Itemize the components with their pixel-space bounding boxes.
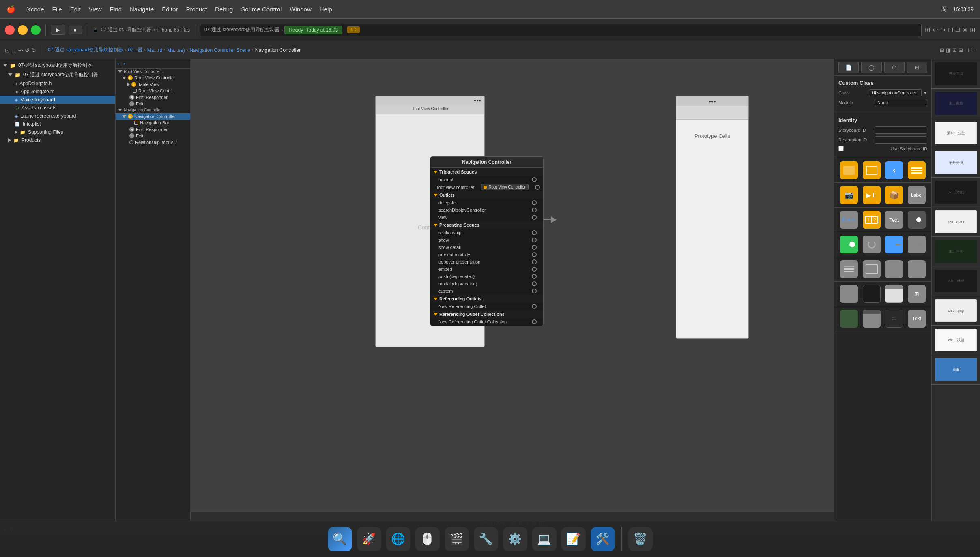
menu-source-control[interactable]: Source Control <box>241 6 282 13</box>
thumb-9[interactable]: snip...png <box>935 299 977 322</box>
widget-web-item[interactable] <box>863 310 881 328</box>
sidebar-item-info-plist[interactable]: 📄 Info.plist <box>0 120 115 128</box>
ref-outlets-header[interactable]: Referencing Outlets <box>430 295 543 303</box>
thumb-4[interactable]: 车丹分身 <box>935 151 977 174</box>
menu-navigate[interactable]: Navigate <box>130 6 154 13</box>
inspector-toggle-4[interactable]: ⊞ <box>959 47 963 53</box>
push-outlet[interactable] <box>532 274 537 279</box>
widget-label-item[interactable]: Label <box>908 186 926 204</box>
thumb-13[interactable]: 第13...业生 <box>935 122 977 144</box>
widget-list-item[interactable] <box>908 161 926 179</box>
widget-map-item[interactable] <box>840 310 858 328</box>
toolbar-icon-7[interactable]: ⊞ <box>970 26 975 34</box>
bc-scene[interactable]: Ma...se) <box>167 47 185 53</box>
menu-debug[interactable]: Debug <box>215 6 233 13</box>
search-controller-row[interactable]: searchDisplayController <box>430 206 543 214</box>
present-modally-row[interactable]: present modally <box>430 251 543 258</box>
manual-row[interactable]: manual <box>430 176 543 183</box>
sidebar-item-launch-storyboard[interactable]: ◈ LaunchScreen.storyboard <box>0 112 115 120</box>
menu-file[interactable]: File <box>52 6 62 13</box>
toolbar-icon-6[interactable]: ⊠ <box>962 26 967 34</box>
toolbar-icon-1[interactable]: ⊞ <box>925 26 930 34</box>
menu-editor[interactable]: Editor <box>162 6 178 13</box>
menu-help[interactable]: Help <box>320 6 332 13</box>
delegate-outlet[interactable] <box>532 200 537 205</box>
widget-switch-item[interactable] <box>908 211 926 229</box>
widget-light-item[interactable] <box>885 285 903 303</box>
widget-text-item[interactable]: Text <box>885 211 903 229</box>
toggle-2[interactable]: ◫ <box>11 47 17 54</box>
bc-nav-controller[interactable]: Navigation Controller <box>255 47 301 53</box>
dock-settings[interactable]: ⚙️ <box>503 527 527 551</box>
outlets-header[interactable]: Outlets <box>430 191 543 199</box>
nav-controller-popup[interactable]: Navigation Controller Triggered Segues m… <box>430 156 544 326</box>
thumb-video[interactable]: 未...视频 <box>935 92 977 115</box>
widget-play-item[interactable]: ▶⏸ <box>863 186 881 204</box>
widget-text-label-item[interactable]: Text <box>908 310 926 328</box>
show-detail-row[interactable]: show detail <box>430 244 543 251</box>
custom-row[interactable]: custom <box>430 287 543 295</box>
menu-xcode[interactable]: Xcode <box>27 6 44 13</box>
outline-table-view[interactable]: T Table View <box>116 81 190 88</box>
widget-table-item[interactable] <box>840 260 858 278</box>
maximize-button[interactable] <box>31 25 41 35</box>
show-detail-outlet[interactable] <box>532 245 537 250</box>
root-vc-row[interactable]: root view controller Root View Controlle… <box>430 183 543 191</box>
storyboard-id-input[interactable] <box>875 126 927 134</box>
search-outlet[interactable] <box>532 208 537 212</box>
view-row[interactable]: view <box>430 214 543 221</box>
root-vc-chip[interactable]: Root View Controller <box>481 184 529 190</box>
new-ref-outlet-row[interactable]: New Referencing Outlet <box>430 303 543 310</box>
thumb-11[interactable]: 桌面 <box>935 358 977 381</box>
root-vc-outlet[interactable] <box>535 185 540 190</box>
nav-controller-canvas-frame[interactable]: ●●● Prototype Cells <box>676 96 749 339</box>
dock-trash[interactable]: 🗑️ <box>628 527 653 551</box>
menu-view[interactable]: View <box>89 6 102 13</box>
project-selector[interactable]: 📱 07-通过 st...导航控制器 › iPhone 6s Plus <box>92 26 190 33</box>
dock-video[interactable]: 🎬 <box>445 527 469 551</box>
class-input[interactable] <box>869 89 922 96</box>
dock-xcode[interactable]: 🛠️ <box>591 527 615 551</box>
dock-note[interactable]: 📝 <box>561 527 586 551</box>
embed-outlet[interactable] <box>532 267 537 272</box>
widget-stepper-item[interactable]: − + <box>908 236 926 253</box>
dock-laptop[interactable]: 💻 <box>532 527 557 551</box>
bc-nav-scene[interactable]: Navigation Controller Scene <box>189 47 250 53</box>
thumb-6[interactable]: KSI...aster <box>935 210 977 233</box>
inspector-icon-grid[interactable]: ⊞ <box>907 62 927 73</box>
outline-exit-2[interactable]: E Exit <box>116 133 190 139</box>
toggle-4[interactable]: ↺ <box>25 47 30 54</box>
presenting-segues-header[interactable]: Presenting Segues <box>430 221 543 229</box>
modal-outlet[interactable] <box>532 281 537 286</box>
outline-root-vc-file[interactable]: Root View Contr... <box>116 88 190 94</box>
sidebar-item-appdelegate-m[interactable]: m AppDelegate.m <box>0 88 115 96</box>
outline-root-vc[interactable]: C Root View Controller <box>116 75 190 81</box>
thumb-10[interactable]: ios1...试题 <box>935 329 977 351</box>
menu-window[interactable]: Window <box>290 6 311 13</box>
inspector-toggle-2[interactable]: ◨ <box>946 47 951 53</box>
view-outlet[interactable] <box>532 215 537 220</box>
manual-outlet[interactable] <box>532 177 537 182</box>
widget-slider-item[interactable] <box>885 236 903 253</box>
sidebar-item-sub-project[interactable]: 📁 07-通过 storyboard使用导航控制器 <box>0 70 115 79</box>
menu-find[interactable]: Find <box>110 6 122 13</box>
widget-cube-item[interactable]: 📦 <box>885 186 903 204</box>
dock-finder[interactable]: 🔍 <box>328 527 352 551</box>
dock-safari[interactable]: 🌐 <box>386 527 410 551</box>
new-collection-outlet[interactable] <box>532 319 537 324</box>
inspector-toggle-6[interactable]: ⊢ <box>971 47 975 53</box>
widget-collection-item[interactable] <box>885 260 903 278</box>
menu-product[interactable]: Product <box>186 6 207 13</box>
inspector-toggle-3[interactable]: ⊡ <box>952 47 957 53</box>
show-row[interactable]: show <box>430 236 543 244</box>
inspector-toggle-1[interactable]: ⊞ <box>940 47 944 53</box>
thumb-5[interactable]: 07...(优化) <box>935 181 977 204</box>
sidebar-item-assets[interactable]: 🗂 Assets.xcassets <box>0 104 115 112</box>
toggle-5[interactable]: ↻ <box>31 47 36 54</box>
triggered-segues-header[interactable]: Triggered Segues <box>430 168 543 176</box>
present-modally-outlet[interactable] <box>532 252 537 257</box>
modal-deprecated-row[interactable]: modal (deprecated) <box>430 280 543 287</box>
widget-toggle-item[interactable] <box>840 236 858 253</box>
dock-tools[interactable]: 🔧 <box>474 527 498 551</box>
sidebar-item-project[interactable]: 📁 07-通过storyboard使用导航控制器 <box>0 61 115 70</box>
